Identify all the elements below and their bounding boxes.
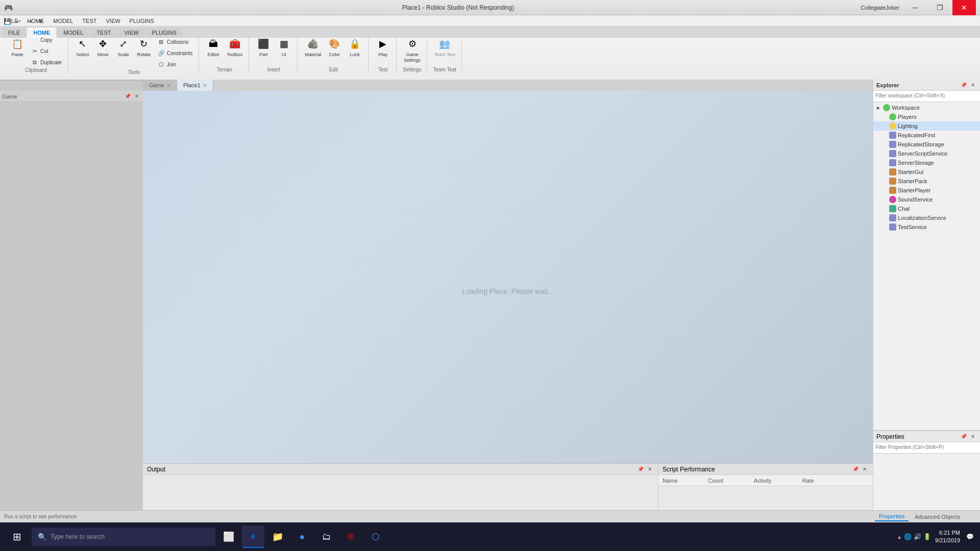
script-perf-pin-btn[interactable]: 📌 (851, 465, 860, 473)
notification-btn[interactable]: 💬 (964, 531, 976, 542)
tree-item-chat[interactable]: Chat (873, 204, 980, 213)
tree-item-server-storage[interactable]: ServerStorage (873, 158, 980, 167)
btn-collisions[interactable]: ⊞ Collisions (155, 37, 195, 47)
explorer-header-buttons: 📌 ✕ (960, 81, 977, 89)
doc-tab-place1[interactable]: Place1 ✕ (177, 80, 213, 91)
menu-model[interactable]: MODEL (49, 17, 77, 25)
qa-undo[interactable]: ↩ (13, 16, 23, 27)
btn-rotate[interactable]: ↻ Rotate (135, 35, 153, 60)
properties-pin-btn[interactable]: 📌 (960, 433, 968, 441)
btn-paste[interactable]: 📋 Paste (8, 35, 27, 60)
tree-item-sound-service[interactable]: SoundService (873, 195, 980, 204)
close-button[interactable]: ✕ (952, 0, 976, 15)
tray-chevron[interactable]: ▲ (897, 534, 902, 540)
script-perf-btns: 📌 ✕ (851, 465, 869, 473)
server-storage-icon (889, 159, 896, 166)
doc-tab-game-close[interactable]: ✕ (166, 83, 170, 88)
game-panel-btns: 📌 ✕ (124, 92, 141, 101)
tree-item-starter-gui[interactable]: StarterGui (873, 167, 980, 177)
tab-plugins[interactable]: PLUGINS (146, 28, 183, 38)
search-bar[interactable]: 🔍 Type here to search (32, 528, 215, 546)
tab-properties[interactable]: Properties (875, 512, 909, 521)
minimize-button[interactable]: ─ (903, 0, 927, 15)
starter-gui-icon (889, 168, 896, 176)
col-rate: Rate (802, 478, 814, 484)
start-button[interactable]: ⊞ (4, 524, 30, 549)
col-name: Name (663, 478, 677, 484)
restore-button[interactable]: ❐ (928, 0, 951, 15)
explorer-close-btn[interactable]: ✕ (969, 81, 977, 89)
tree-item-starter-pack[interactable]: StarterPack (873, 177, 980, 186)
qa-more[interactable]: ▼ (36, 16, 46, 27)
btn-material[interactable]: 🪨 Material (303, 35, 323, 60)
tab-test[interactable]: TEST (90, 28, 117, 38)
script-perf-close-btn[interactable]: ✕ (861, 465, 869, 473)
taskbar-task-view-btn[interactable]: ⬜ (217, 525, 240, 548)
tree-item-server-script-service[interactable]: ServerScriptService (873, 149, 980, 158)
tree-item-starter-player[interactable]: StarterPlayer (873, 186, 980, 195)
tree-item-workspace[interactable]: ▶ Workspace (873, 103, 980, 112)
system-clock[interactable]: 6:21 PM 9/21/2019 (935, 529, 960, 545)
tree-item-lighting[interactable]: Lighting (873, 121, 980, 131)
btn-team-test[interactable]: 👥 Team Test (432, 35, 457, 60)
ribbon-group-tools: ↖ Select ✥ Move ⤢ Scale ↻ Rotate ⊞ (69, 33, 200, 73)
user-area: CollegiateJoker (856, 0, 903, 15)
taskbar-edge-btn[interactable]: e (242, 525, 264, 548)
btn-color[interactable]: 🎨 Color (325, 35, 344, 60)
output-pin-btn[interactable]: 📌 (636, 465, 645, 473)
tray-battery-icon: 🔋 (923, 533, 931, 540)
explorer-filter-input[interactable] (875, 93, 978, 98)
btn-move[interactable]: ✥ Move (94, 35, 112, 60)
taskbar-roblox-btn[interactable]: ® (340, 525, 362, 548)
btn-editor[interactable]: 🏔 Editor (204, 35, 223, 60)
tab-view[interactable]: VIEW (118, 28, 144, 38)
properties-panel: Properties 📌 ✕ (873, 431, 980, 522)
doc-tab-game[interactable]: Game ✕ (143, 80, 177, 91)
qa-redo[interactable]: ↪ (24, 16, 35, 27)
output-close-btn[interactable]: ✕ (646, 465, 654, 473)
properties-close-btn[interactable]: ✕ (969, 433, 977, 441)
btn-scale[interactable]: ⤢ Scale (114, 35, 133, 60)
tab-advanced-objects[interactable]: Advanced Objects (911, 513, 964, 521)
tab-file[interactable]: FILE (2, 28, 26, 38)
btn-game-settings[interactable]: ⚙ GameSettings (402, 35, 423, 65)
settings-items: ⚙ GameSettings (402, 33, 423, 67)
tree-item-replicated-first[interactable]: ReplicatedFirst (873, 131, 980, 140)
taskbar-file-explorer-btn[interactable]: 📁 (266, 525, 289, 548)
btn-lock[interactable]: 🔒 Lock (346, 35, 364, 60)
menu-test[interactable]: TEST (78, 17, 101, 25)
tree-item-players[interactable]: Players (873, 112, 980, 121)
tree-item-localization-service[interactable]: LocalizationService (873, 213, 980, 222)
explorer-title: Explorer (876, 82, 899, 88)
tab-model[interactable]: MODEL (57, 28, 89, 38)
menu-plugins[interactable]: PLUGINS (126, 17, 158, 25)
taskbar: ⊞ 🔍 Type here to search ⬜ e 📁 ● 🗂 ® ⬡ ▲ … (0, 522, 980, 551)
doc-tab-place1-close[interactable]: ✕ (203, 83, 207, 88)
test-service-label: TestService (898, 224, 927, 230)
btn-toolbox[interactable]: 🧰 Toolbox (225, 35, 244, 60)
ribbon-group-insert: ⬛ Part ▦ UI Insert (250, 33, 298, 73)
replicated-first-icon (889, 132, 896, 139)
qa-save[interactable]: 💾 (2, 16, 12, 27)
btn-ui[interactable]: ▦ UI (275, 35, 293, 60)
btn-constraints[interactable]: 🔗 Constraints (155, 48, 195, 58)
btn-join[interactable]: ⬡ Join (155, 59, 195, 69)
game-panel-close[interactable]: ✕ (133, 92, 141, 101)
btn-part[interactable]: ⬛ Part (254, 35, 273, 60)
btn-cut[interactable]: ✂ Cut (29, 46, 64, 56)
tree-item-test-service[interactable]: TestService (873, 222, 980, 232)
properties-filter-input[interactable] (875, 444, 978, 450)
explorer-pin-btn[interactable]: 📌 (960, 81, 968, 89)
tab-home[interactable]: HOME (27, 28, 56, 38)
quick-access-toolbar: 💾 ↩ ↪ ▼ (0, 15, 48, 28)
game-panel-pin[interactable]: 📌 (124, 92, 132, 101)
menu-view[interactable]: VIEW (102, 17, 124, 25)
btn-play[interactable]: ▶ Play (374, 35, 392, 60)
btn-duplicate[interactable]: ⧉ Duplicate (29, 57, 64, 67)
taskbar-app3-btn[interactable]: 🗂 (315, 525, 338, 548)
taskbar-app5-btn[interactable]: ⬡ (364, 525, 387, 548)
btn-select[interactable]: ↖ Select (74, 35, 92, 60)
tree-item-replicated-storage[interactable]: ReplicatedStorage (873, 140, 980, 149)
taskbar-chrome-btn[interactable]: ● (291, 525, 313, 548)
duplicate-icon: ⧉ (31, 58, 39, 66)
